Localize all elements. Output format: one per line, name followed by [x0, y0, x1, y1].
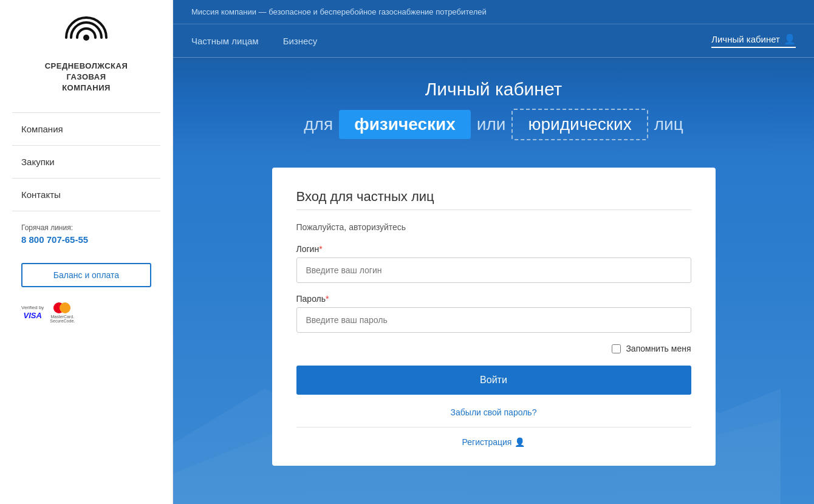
password-field-group: Пароль*: [296, 294, 691, 333]
visa-badge: Verified by VISA: [21, 305, 44, 320]
login-divider: [296, 209, 691, 210]
forgot-password-link[interactable]: Забыли свой пароль?: [451, 407, 537, 417]
hotline-label: Горячая линия:: [21, 223, 151, 232]
hero-tabs: для физических или юридических лиц: [191, 109, 796, 140]
hero-for-label: для: [304, 115, 333, 134]
company-name: СРЕДНЕВОЛЖСКАЯ ГАЗОВАЯ КОМПАНИЯ: [45, 61, 128, 94]
hotline-number[interactable]: 8 800 707-65-55: [21, 234, 151, 245]
tab-legal[interactable]: юридических: [511, 109, 648, 140]
hero-section: Личный кабинет для физических или юридич…: [173, 58, 814, 155]
login-button[interactable]: Войти: [296, 366, 691, 395]
navigation-bar: Частным лицам Бизнесу Личный кабинет 👤: [173, 24, 814, 58]
register-link[interactable]: Регистрация 👤: [462, 437, 525, 447]
nav-links: Частным лицам Бизнесу: [191, 33, 711, 49]
logo-container: СРЕДНЕВОЛЖСКАЯ ГАЗОВАЯ КОМПАНИЯ: [33, 12, 140, 94]
user-icon: 👤: [784, 33, 796, 45]
visa-verified-text: Verified by: [21, 305, 44, 311]
hero-or-label: или: [477, 115, 506, 134]
svg-point-0: [83, 35, 89, 41]
balance-button[interactable]: Баланс и оплата: [21, 263, 151, 287]
password-input[interactable]: [296, 307, 691, 333]
sidebar-item-contacts[interactable]: Контакты: [12, 179, 160, 211]
hero-persons-label: лиц: [654, 115, 683, 134]
mastercard-icon: [53, 302, 72, 313]
mastercard-badge: MasterCard.SecureCode.: [50, 302, 75, 323]
sidebar-item-procurement[interactable]: Закупки: [12, 146, 160, 179]
sidebar: СРЕДНЕВОЛЖСКАЯ ГАЗОВАЯ КОМПАНИЯ Компания…: [0, 0, 173, 504]
nav-business[interactable]: Бизнесу: [283, 33, 318, 49]
login-card: Вход для частных лиц Пожалуйста, авториз…: [272, 168, 716, 466]
personal-account-label: Личный кабинет: [711, 34, 780, 44]
company-logo: [65, 12, 108, 55]
register-row: Регистрация 👤: [296, 434, 691, 448]
mc-circle-orange: [60, 302, 70, 313]
sidebar-item-company[interactable]: Компания: [12, 112, 160, 146]
login-field-group: Логин*: [296, 244, 691, 283]
login-label: Логин*: [296, 244, 691, 254]
login-required-star: *: [319, 244, 322, 254]
login-subtitle: Пожалуйста, авторизуйтесь: [296, 222, 691, 232]
main-content: Миссия компании — безопасное и бесперебо…: [173, 0, 814, 504]
content-area: Вход для частных лиц Пожалуйста, авториз…: [173, 155, 814, 504]
login-title: Вход для частных лиц: [296, 189, 691, 205]
visa-text: VISA: [24, 311, 42, 321]
remember-me-label: Запомнить меня: [626, 344, 691, 353]
hero-title: Личный кабинет: [191, 79, 796, 100]
login-input[interactable]: [296, 257, 691, 283]
register-divider: [296, 427, 691, 427]
nav-personal-account[interactable]: Личный кабинет 👤: [711, 33, 796, 48]
payment-badges: Verified by VISA MasterCard.SecureCode.: [0, 293, 173, 332]
remember-me-checkbox[interactable]: [612, 344, 621, 353]
register-icon: 👤: [515, 437, 525, 447]
sidebar-navigation: Компания Закупки Контакты: [0, 112, 173, 211]
password-required-star: *: [326, 294, 329, 304]
remember-me-row: Запомнить меня: [296, 344, 691, 353]
tab-physical[interactable]: физических: [339, 110, 471, 139]
mission-text: Миссия компании — безопасное и бесперебо…: [191, 7, 487, 16]
top-bar: Миссия компании — безопасное и бесперебо…: [173, 0, 814, 24]
hotline-section: Горячая линия: 8 800 707-65-55: [0, 211, 173, 257]
mastercard-text: MasterCard.SecureCode.: [50, 315, 75, 323]
password-label: Пароль*: [296, 294, 691, 304]
forgot-password-section: Забыли свой пароль?: [296, 407, 691, 418]
nav-private-persons[interactable]: Частным лицам: [191, 33, 259, 49]
